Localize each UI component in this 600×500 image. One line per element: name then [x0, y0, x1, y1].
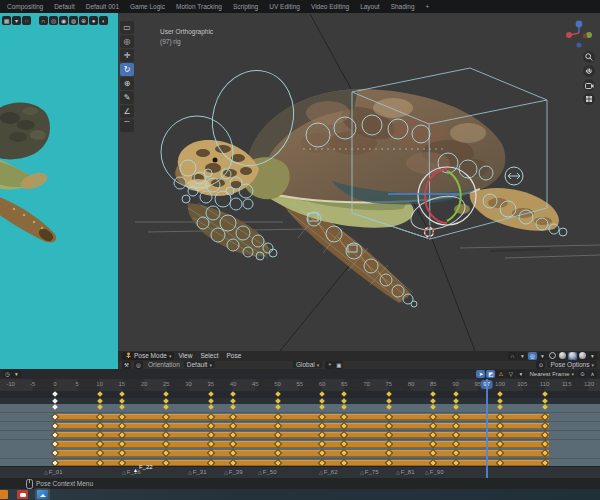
- pivot-dropdown[interactable]: Global ▾: [293, 361, 322, 368]
- blender-app-icon[interactable]: [0, 490, 8, 499]
- chat-app-icon[interactable]: [17, 490, 28, 499]
- keyframe-diamond[interactable]: [52, 451, 58, 457]
- keyframe-diamond[interactable]: [341, 460, 347, 466]
- keyframe-diamond[interactable]: [275, 423, 281, 429]
- keyframe-diamond[interactable]: [386, 414, 392, 420]
- workspace-tab[interactable]: Layout: [355, 2, 385, 11]
- keyframe-diamond[interactable]: [230, 460, 236, 466]
- marker-triangle-icon[interactable]: ▲: [133, 467, 138, 473]
- playhead-line[interactable]: [486, 379, 488, 478]
- workspace-tab[interactable]: +: [421, 2, 435, 11]
- marker-triangle-icon[interactable]: △: [188, 469, 192, 475]
- keyframe-diamond[interactable]: [208, 404, 214, 410]
- snap-magnet-icon[interactable]: ∩: [508, 352, 517, 360]
- keyframe-diamond[interactable]: [163, 432, 169, 438]
- proportional-dropdown-icon[interactable]: ▾: [538, 352, 547, 360]
- keyframe-diamond[interactable]: [319, 398, 325, 404]
- grid-view-button[interactable]: [583, 93, 595, 105]
- keyframe-diamond[interactable]: [52, 432, 58, 438]
- transform-tool[interactable]: ⊕: [120, 77, 134, 90]
- keyframe-diamond[interactable]: [341, 398, 347, 404]
- keyframe-diamond[interactable]: [163, 441, 169, 447]
- shading-material-icon[interactable]: ◐: [99, 16, 108, 25]
- editor-dropdown-icon[interactable]: ▾: [12, 370, 21, 378]
- marker-triangle-icon[interactable]: △: [425, 469, 429, 475]
- turtle-model[interactable]: [175, 89, 559, 303]
- keyframe-diamond[interactable]: [497, 441, 503, 447]
- keyframe-diamond[interactable]: [208, 398, 214, 404]
- keyframe-diamond[interactable]: [208, 451, 214, 457]
- keyframe-diamond[interactable]: [163, 391, 169, 397]
- keyframe-diamond[interactable]: [275, 451, 281, 457]
- keyframe-diamond[interactable]: [163, 451, 169, 457]
- annotate-tool[interactable]: ✎: [120, 91, 134, 104]
- shading-material-icon[interactable]: [568, 352, 577, 360]
- keyframe-diamond[interactable]: [386, 432, 392, 438]
- keyframe-diamond[interactable]: [341, 414, 347, 420]
- keyframe-diamond[interactable]: [119, 391, 125, 397]
- keyframe-diamond[interactable]: [52, 423, 58, 429]
- keyframe-diamond[interactable]: [386, 423, 392, 429]
- proportional-icon[interactable]: ◉: [59, 16, 68, 25]
- target-icon[interactable]: ◎: [134, 361, 143, 369]
- keyframe-diamond[interactable]: [230, 398, 236, 404]
- gizmos-icon[interactable]: ⊕: [79, 16, 88, 25]
- keyframe-diamond[interactable]: [341, 441, 347, 447]
- workspace-tab[interactable]: Game Logic: [125, 2, 170, 11]
- keyframe-diamond[interactable]: [119, 460, 125, 466]
- marker-triangle-icon[interactable]: △: [224, 469, 228, 475]
- marker-triangle-icon[interactable]: △: [258, 469, 262, 475]
- keyframe-diamond[interactable]: [119, 414, 125, 420]
- proportional-icon[interactable]: ⊙: [578, 370, 587, 378]
- keyframe-diamond[interactable]: [97, 398, 103, 404]
- selected-channel-bar[interactable]: [55, 423, 549, 429]
- keyframe-diamond[interactable]: [497, 414, 503, 420]
- keyframe-diamond[interactable]: [230, 451, 236, 457]
- orientation-dropdown[interactable]: Default ▾: [184, 361, 215, 368]
- marker-triangle-icon[interactable]: △: [319, 469, 323, 475]
- keyframe-diamond[interactable]: [163, 414, 169, 420]
- keyframe-diamond[interactable]: [275, 441, 281, 447]
- keyframe-diamond[interactable]: [497, 460, 503, 466]
- workspace-tab[interactable]: Shading: [386, 2, 420, 11]
- keyframe-diamond[interactable]: [497, 423, 503, 429]
- snap-dropdown-icon[interactable]: ▾: [518, 352, 527, 360]
- mode-icon[interactable]: ◌: [22, 16, 31, 25]
- keyframe-diamond[interactable]: [52, 460, 58, 466]
- keyframe-diamond[interactable]: [542, 451, 548, 457]
- keyframe-diamond[interactable]: [275, 460, 281, 466]
- keyframe-diamond[interactable]: [542, 398, 548, 404]
- menu-select[interactable]: Select: [196, 352, 222, 359]
- workspace-tab[interactable]: UV Editing: [264, 2, 305, 11]
- keyframe-diamond[interactable]: [319, 432, 325, 438]
- keyframe-diamond[interactable]: [430, 414, 436, 420]
- keyframe-diamond[interactable]: [230, 441, 236, 447]
- keyframe-diamond[interactable]: [386, 404, 392, 410]
- mode-dropdown[interactable]: Pose Mode ▾: [122, 352, 174, 360]
- reference-viewport[interactable]: ▦▾◌∩◎◉◍⊕●◐: [0, 13, 118, 369]
- keyframe-diamond[interactable]: [386, 451, 392, 457]
- keyframe-diamond[interactable]: [453, 404, 459, 410]
- keyframe-diamond[interactable]: [208, 441, 214, 447]
- keyframe-diamond[interactable]: [52, 414, 58, 420]
- overlays-dropdown-icon[interactable]: ▾: [588, 352, 597, 360]
- keyframe-diamond[interactable]: [430, 423, 436, 429]
- keyframe-diamond[interactable]: [497, 398, 503, 404]
- selected-channel-bar[interactable]: [55, 441, 549, 447]
- workspace-tab[interactable]: Scripting: [228, 2, 263, 11]
- keyframe-diamond[interactable]: [163, 404, 169, 410]
- keyframe-diamond[interactable]: [542, 432, 548, 438]
- filter-dropdown-icon[interactable]: ▾: [516, 370, 525, 378]
- keyframe-diamond[interactable]: [275, 404, 281, 410]
- shading-wireframe-icon[interactable]: [548, 352, 557, 360]
- select-box-tool[interactable]: ▭: [120, 21, 134, 34]
- curve-tool[interactable]: ⌒: [120, 119, 134, 132]
- keyframe-diamond[interactable]: [275, 391, 281, 397]
- keyframe-diamond[interactable]: [542, 423, 548, 429]
- keyframe-diamond[interactable]: [119, 451, 125, 457]
- keyframe-diamond[interactable]: [230, 432, 236, 438]
- timeline-marker[interactable]: △F_81: [396, 469, 415, 475]
- workspace-tab[interactable]: Motion Tracking: [171, 2, 227, 11]
- filter-icon[interactable]: ▽: [506, 370, 515, 378]
- selected-channel-bar[interactable]: [55, 432, 549, 438]
